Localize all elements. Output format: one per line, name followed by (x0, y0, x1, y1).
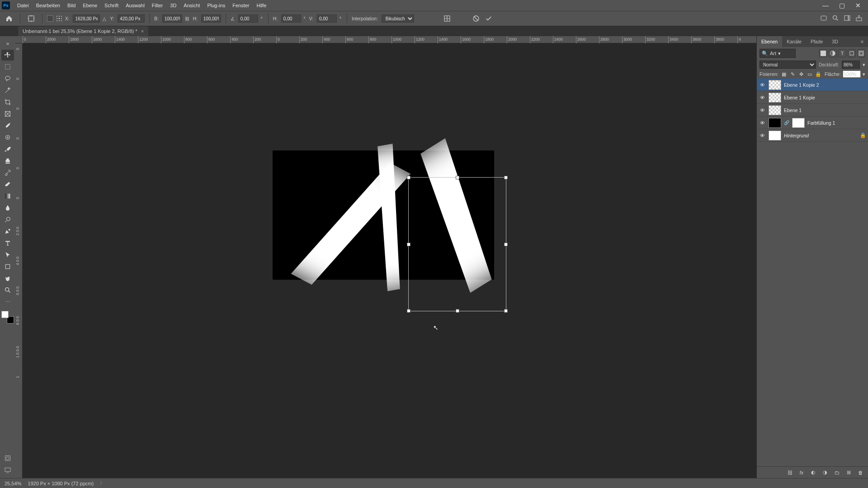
x-input[interactable] (73, 14, 100, 23)
tab-ebenen[interactable]: Ebenen (757, 36, 782, 47)
lock-artboard-icon[interactable]: ▭ (806, 70, 813, 78)
y-input[interactable] (118, 14, 145, 23)
commit-transform-icon[interactable] (484, 15, 494, 22)
menu-schrift[interactable]: Schrift (101, 0, 122, 11)
reference-point-grid-icon[interactable] (56, 15, 62, 22)
fill-input[interactable] (843, 70, 861, 78)
brush-tool[interactable] (1, 144, 14, 155)
share-icon[interactable] (855, 14, 863, 23)
pen-tool[interactable] (1, 226, 14, 237)
layer-visibility-icon[interactable]: 👁 (759, 95, 766, 100)
cloud-docs-icon[interactable] (820, 14, 827, 23)
menu-plugins[interactable]: Plug-ins (203, 0, 229, 11)
filter-smart-icon[interactable] (857, 49, 865, 57)
crop-tool[interactable] (1, 97, 14, 108)
horizontal-ruler[interactable]: 0200018001600140012001000800600400200020… (15, 36, 774, 43)
filter-shape-icon[interactable] (848, 49, 856, 57)
layer-row[interactable]: 👁Ebene 1 (757, 104, 868, 117)
gradient-tool[interactable] (1, 191, 14, 202)
filter-pixel-icon[interactable] (819, 49, 827, 57)
interp-select[interactable]: Bikubisch (382, 14, 414, 23)
layer-visibility-icon[interactable]: 👁 (759, 133, 766, 138)
workspace-icon[interactable] (844, 14, 851, 23)
document-tab[interactable]: Unbenannt-1 bei 25,5% (Ebene 1 Kopie 2, … (18, 26, 148, 36)
rotate-input[interactable] (238, 14, 258, 23)
magic-wand-tool[interactable] (1, 85, 14, 96)
layer-thumbnail[interactable] (769, 118, 781, 128)
clone-stamp-tool[interactable] (1, 155, 14, 166)
transform-handle-ml[interactable] (407, 243, 410, 246)
cancel-transform-icon[interactable] (471, 15, 481, 22)
transform-handle-tl[interactable] (407, 176, 410, 179)
more-tools-icon[interactable]: ⋯ (1, 296, 14, 307)
layer-row[interactable]: 👁Ebene 1 Kopie (757, 91, 868, 104)
eyedropper-tool[interactable] (1, 120, 14, 131)
link-wh-icon[interactable]: ⛓ (185, 16, 190, 21)
layer-visibility-icon[interactable]: 👁 (759, 82, 766, 88)
document-dims-status[interactable]: 1920 Px × 1080 Px (72 ppcm) (28, 481, 94, 486)
delete-layer-icon[interactable]: 🗑 (856, 469, 864, 477)
menu-fenster[interactable]: Fenster (229, 0, 253, 11)
menu-filter[interactable]: Filter (148, 0, 166, 11)
layer-lock-icon[interactable]: 🔒 (860, 132, 866, 138)
transform-bounding-box[interactable] (408, 177, 506, 311)
lock-all-icon[interactable]: 🔒 (815, 70, 822, 78)
layer-row[interactable]: 👁🔗Farbfüllung 1 (757, 117, 868, 129)
layer-thumbnail[interactable] (769, 131, 781, 141)
collapse-tools-icon[interactable]: » (1, 38, 14, 49)
link-layers-icon[interactable]: ⛓ (786, 469, 794, 477)
adjustment-layer-icon[interactable]: ◑ (821, 469, 829, 477)
blur-tool[interactable] (1, 202, 14, 213)
tab-kanaele[interactable]: Kanäle (782, 36, 806, 47)
window-close[interactable]: ✕ (850, 0, 866, 11)
healing-brush-tool[interactable] (1, 132, 14, 143)
transform-tool-icon[interactable] (25, 12, 38, 25)
window-minimize[interactable]: — (817, 0, 834, 11)
reference-point-toggle[interactable] (47, 15, 53, 22)
chevron-down-icon[interactable]: ▾ (863, 71, 865, 77)
chevron-down-icon[interactable]: ▾ (863, 62, 865, 68)
triangle-icon[interactable]: △ (103, 16, 107, 21)
panel-menu-icon[interactable]: ≡ (856, 36, 868, 47)
shape-tool[interactable] (1, 261, 14, 272)
transform-handle-bc[interactable] (456, 309, 459, 313)
layer-name[interactable]: Ebene 1 (784, 108, 802, 113)
h-input[interactable] (201, 14, 221, 23)
filter-adjust-icon[interactable] (829, 49, 837, 57)
layer-mask-link-icon[interactable]: 🔗 (784, 120, 789, 125)
frame-tool[interactable] (1, 108, 14, 119)
transform-handle-tr[interactable] (504, 176, 508, 179)
home-icon[interactable] (3, 12, 15, 25)
zoom-tool[interactable] (1, 285, 14, 296)
warp-mode-icon[interactable] (442, 14, 452, 23)
quick-mask-icon[interactable] (1, 453, 14, 464)
hand-tool[interactable] (1, 273, 14, 284)
lock-pixels-icon[interactable]: ▦ (780, 70, 788, 78)
dodge-tool[interactable] (1, 214, 14, 225)
transform-handle-bl[interactable] (407, 309, 410, 313)
w-input[interactable] (162, 14, 182, 23)
transform-handle-tc[interactable] (456, 176, 459, 179)
layer-mask-icon[interactable]: ◐ (809, 469, 817, 477)
menu-ansicht[interactable]: Ansicht (180, 0, 203, 11)
layer-visibility-icon[interactable]: 👁 (759, 120, 766, 126)
eraser-tool[interactable] (1, 179, 14, 190)
layer-thumbnail[interactable] (769, 93, 781, 103)
vskew-input[interactable] (317, 14, 337, 23)
blend-mode-select[interactable]: Normal (760, 61, 816, 69)
layer-name[interactable]: Hintergrund (784, 133, 809, 138)
path-select-tool[interactable] (1, 249, 14, 260)
menu-bearbeiten[interactable]: Bearbeiten (33, 0, 64, 11)
lock-brush-icon[interactable]: ✎ (789, 70, 796, 78)
history-brush-tool[interactable] (1, 167, 14, 178)
marquee-tool[interactable] (1, 61, 14, 72)
new-layer-icon[interactable]: ⊞ (844, 469, 853, 477)
layer-mask-thumbnail[interactable] (792, 118, 805, 128)
opacity-input[interactable] (842, 61, 860, 69)
layer-name[interactable]: Ebene 1 Kopie 2 (784, 82, 819, 88)
fg-bg-colors[interactable] (1, 311, 14, 324)
menu-datei[interactable]: Datei (14, 0, 33, 11)
window-maximize[interactable]: ▢ (834, 0, 850, 11)
layer-row[interactable]: 👁Ebene 1 Kopie 2 (757, 79, 868, 91)
document-tab-close-icon[interactable]: × (141, 28, 144, 34)
